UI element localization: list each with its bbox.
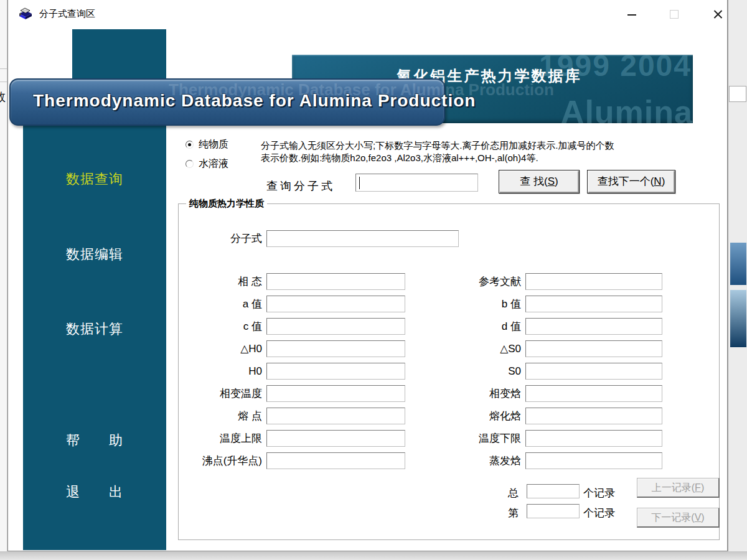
field-input-delta-h0[interactable] xyxy=(266,340,405,357)
field-input-a[interactable] xyxy=(266,296,405,312)
background-window-fragment xyxy=(729,86,746,102)
field-row: 相变温度 xyxy=(172,385,405,402)
close-button-icon[interactable] xyxy=(708,5,728,24)
sidebar xyxy=(23,78,166,550)
app-icon xyxy=(17,6,34,22)
sidebar-item-data-calc[interactable]: 数据计算 xyxy=(23,320,166,338)
radio-aqueous-solution[interactable]: 水溶液 xyxy=(186,157,228,170)
field-row: 熔化焓 xyxy=(440,408,662,424)
field-input-b[interactable] xyxy=(525,296,662,312)
records-unit-label: 个记录 xyxy=(583,486,615,500)
groupbox-title: 纯物质热力学性质 xyxy=(186,198,267,210)
field-row: 参考文献 xyxy=(440,273,662,290)
field-input-s0[interactable] xyxy=(525,363,662,380)
sidebar-item-data-query[interactable]: 数据查询 xyxy=(23,170,166,189)
field-row: 温度上限 xyxy=(172,430,405,447)
field-label: 熔化焓 xyxy=(440,409,521,423)
field-label: 参考文献 xyxy=(440,274,521,289)
background-window-left-sliver: 数 xyxy=(0,0,7,560)
radio-selected-icon[interactable] xyxy=(186,141,194,149)
field-label: 温度上限 xyxy=(172,431,262,446)
instruction-line-2: 表示价数.例如:纯物质h2o,fe2o3 ,Al2o3,水溶液al+++,OH-… xyxy=(261,152,697,164)
sidebar-item-data-edit[interactable]: 数据编辑 xyxy=(23,245,166,264)
background-line xyxy=(0,68,7,69)
sidebar-item-help[interactable]: 帮 助 xyxy=(23,431,166,450)
field-input-c[interactable] xyxy=(266,318,405,335)
field-row: 熔 点 xyxy=(172,408,405,424)
field-input-transition-enthalpy[interactable] xyxy=(525,385,662,402)
field-label: △S0 xyxy=(440,342,521,355)
field-row: c 值 xyxy=(172,318,405,335)
query-formula-input-box[interactable] xyxy=(355,174,478,192)
field-label: b 值 xyxy=(440,297,521,311)
field-input-h0[interactable] xyxy=(266,363,405,380)
radio-label[interactable]: 纯物质 xyxy=(199,138,228,151)
field-label: 相 态 xyxy=(172,274,262,289)
previous-record-button[interactable]: 上一记录(F) xyxy=(637,478,720,498)
search-button[interactable]: 查 找(S) xyxy=(499,170,580,194)
records-index-input[interactable] xyxy=(527,504,580,518)
search-next-button[interactable]: 查找下一个(N) xyxy=(587,170,675,194)
next-record-button[interactable]: 下一记录(V) xyxy=(637,508,720,528)
records-index-label: 第 xyxy=(508,506,519,520)
maximize-button-icon[interactable] xyxy=(664,5,684,24)
background-line xyxy=(0,82,7,82)
background-clipped-text: 数 xyxy=(0,89,6,105)
field-input-temp-lower[interactable] xyxy=(525,430,662,447)
query-formula-input[interactable] xyxy=(360,175,474,189)
radio-unselected-icon[interactable] xyxy=(186,160,194,168)
field-row: 温度下限 xyxy=(440,430,662,447)
query-formula-label: 查询分子式 xyxy=(266,179,335,194)
field-row: b 值 xyxy=(440,296,662,312)
background-bottom-edge xyxy=(0,551,747,560)
field-label: H0 xyxy=(172,365,262,378)
app-window: 分子式查询区 数据查询 数据编辑 数据计算 帮 助 退 出 1999 2004 … xyxy=(7,0,728,551)
sidebar-top-block xyxy=(72,29,166,79)
field-input-phase[interactable] xyxy=(266,273,405,290)
field-label: 相变温度 xyxy=(172,386,262,401)
header-strip-title: Thermodynamic Database for Alumina Produ… xyxy=(33,91,476,111)
field-input-fusion-enthalpy[interactable] xyxy=(525,408,662,424)
background-thumbnail xyxy=(730,290,746,347)
field-input-melting-point[interactable] xyxy=(266,408,405,424)
instruction-text: 分子式输入无须区分大小写;下标数字与字母等大.离子价态用加减好表示.加减号的个数… xyxy=(261,139,697,164)
field-input-delta-s0[interactable] xyxy=(525,340,662,357)
field-input-formula[interactable] xyxy=(266,230,459,247)
radio-label[interactable]: 水溶液 xyxy=(199,157,228,170)
field-row: 相变焓 xyxy=(440,385,662,402)
field-row: △H0 xyxy=(172,340,405,357)
field-row: H0 xyxy=(172,363,405,380)
window-title: 分子式查询区 xyxy=(39,8,95,20)
background-window-right-sliver xyxy=(728,0,747,560)
records-total-input[interactable] xyxy=(527,484,580,498)
field-label: 温度下限 xyxy=(440,431,521,446)
background-thumbnail xyxy=(730,243,746,285)
field-input-reference[interactable] xyxy=(525,273,662,290)
field-input-vapor-enthalpy[interactable] xyxy=(525,452,662,469)
field-label: 熔 点 xyxy=(172,409,262,423)
title-bar[interactable]: 分子式查询区 xyxy=(8,0,727,28)
field-input-d[interactable] xyxy=(525,318,662,335)
field-label: 沸点(升华点) xyxy=(172,454,262,468)
radio-pure-substance[interactable]: 纯物质 xyxy=(186,138,228,151)
banner-watermark-alumina: Alumina xyxy=(561,93,693,123)
sidebar-item-exit[interactable]: 退 出 xyxy=(23,483,166,502)
instruction-line-1: 分子式输入无须区分大小写;下标数字与字母等大.离子价态用加减好表示.加减号的个数 xyxy=(261,139,697,152)
field-label: 蒸发焓 xyxy=(440,454,521,468)
records-unit-label: 个记录 xyxy=(583,506,615,520)
field-label: S0 xyxy=(440,365,521,378)
field-row: S0 xyxy=(440,363,662,380)
field-label: d 值 xyxy=(440,319,521,334)
field-row-formula: 分子式 xyxy=(172,230,459,247)
field-label: a 值 xyxy=(172,297,262,311)
fields-left-column: 相 态 a 值 c 值 △H0 H0 相变温度 熔 点 温度上限 沸点(升华点) xyxy=(172,273,405,475)
field-row: a 值 xyxy=(172,296,405,312)
field-row: d 值 xyxy=(440,318,662,335)
field-input-boiling-point[interactable] xyxy=(266,452,405,469)
field-input-temp-upper[interactable] xyxy=(266,430,405,447)
minimize-button-icon[interactable] xyxy=(622,5,642,24)
fields-right-column: 参考文献 b 值 d 值 △S0 S0 相变焓 熔化焓 温度下限 蒸发焓 xyxy=(440,273,662,475)
field-label-formula: 分子式 xyxy=(172,231,262,246)
field-input-transition-temp[interactable] xyxy=(266,385,405,402)
field-label: 相变焓 xyxy=(440,386,521,401)
